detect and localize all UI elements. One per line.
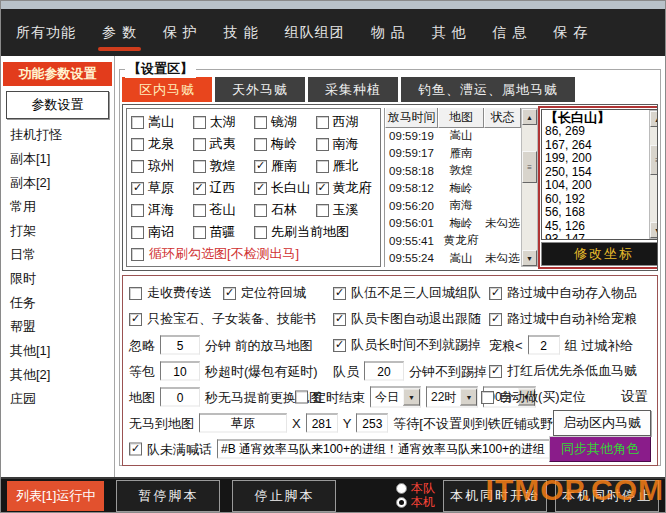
sync-roles-button[interactable]: 同步其他角色	[549, 436, 651, 462]
scroll-thumb[interactable]: ≡	[522, 151, 537, 183]
nohorse-map-input[interactable]	[199, 414, 287, 433]
shout-text-input[interactable]	[217, 440, 555, 459]
pause-script-button[interactable]: 暂停脚本	[116, 480, 220, 512]
table-row[interactable]: 09:55:41黄龙府	[385, 232, 521, 250]
stop-all-button[interactable]: 本机同时停止	[555, 480, 659, 512]
run-status-button[interactable]: 列表[1]运行中	[7, 481, 104, 511]
map-checkbox[interactable]	[316, 204, 329, 217]
map-checkbox[interactable]	[193, 160, 206, 173]
sidebar-item[interactable]: 副本[1]	[1, 147, 114, 171]
locator-return-checkbox[interactable]	[223, 287, 236, 300]
scroll-track[interactable]: ≡	[522, 125, 537, 250]
table-row[interactable]: 09:55:24嵩山未勾选	[385, 250, 521, 268]
menu-item[interactable]: 其 他	[419, 9, 480, 56]
x-coord-input[interactable]	[306, 414, 338, 433]
map-checkbox[interactable]	[131, 138, 144, 151]
menu-item[interactable]: 技 能	[211, 9, 272, 56]
menu-item[interactable]: 信 息	[479, 9, 540, 56]
menu-item[interactable]: 组队组团	[272, 9, 358, 56]
table-header-cell[interactable]: 地图	[438, 108, 484, 128]
tab[interactable]: 区内马贼	[122, 77, 212, 102]
red-priority-checkbox[interactable]	[489, 365, 502, 378]
machine-radio[interactable]	[396, 497, 407, 508]
start-bandit-button[interactable]: 启动区内马贼	[553, 410, 651, 436]
map-checkbox[interactable]	[316, 138, 329, 151]
petfood-count-input[interactable]	[528, 336, 560, 355]
map-checkbox[interactable]	[316, 160, 329, 173]
member-stuck-checkbox[interactable]	[333, 313, 346, 326]
sidebar-item[interactable]: 其他[2]	[1, 363, 114, 387]
pay-teleport-checkbox[interactable]	[129, 287, 142, 300]
map-checkbox[interactable]	[131, 204, 144, 217]
map-checkbox[interactable]	[193, 138, 206, 151]
settings-button[interactable]: 设置	[618, 387, 651, 407]
coord-item[interactable]: 86, 269	[545, 125, 649, 139]
store-items-checkbox[interactable]	[489, 287, 502, 300]
team-radio[interactable]	[396, 483, 407, 494]
timer-hour-select[interactable]: 22时▼	[426, 387, 478, 408]
map-checkbox[interactable]	[193, 204, 206, 217]
table-row[interactable]: 09:59:19嵩山	[385, 127, 521, 145]
coord-item[interactable]: 93, 147	[545, 233, 649, 239]
map-checkbox[interactable]	[254, 138, 267, 151]
map-checkbox[interactable]	[254, 226, 267, 239]
coord-item[interactable]: 199, 200	[545, 152, 649, 166]
map-checkbox[interactable]	[193, 116, 206, 129]
table-header-cell[interactable]: 状态	[484, 108, 521, 128]
timer-end-checkbox[interactable]	[295, 391, 308, 404]
shout-checkbox[interactable]	[129, 443, 142, 456]
scroll-thumb[interactable]: ≡	[650, 145, 658, 175]
tab[interactable]: 钓鱼、漕运、属地马贼	[401, 77, 575, 102]
coord-item[interactable]: 60, 192	[545, 193, 649, 207]
coords-scrollbar[interactable]: ▲ ≡ ▼	[649, 110, 658, 239]
sidebar-item[interactable]: 限时	[1, 267, 114, 291]
tab[interactable]: 天外马贼	[215, 77, 305, 102]
map-checkbox[interactable]	[316, 182, 329, 195]
scroll-down-icon[interactable]: ▼	[650, 222, 658, 238]
radio-team-row[interactable]: 本队	[396, 482, 435, 495]
loop-checkbox[interactable]	[131, 248, 144, 261]
coord-item[interactable]: 56, 168	[545, 206, 649, 220]
coord-item[interactable]: 167, 264	[545, 139, 649, 153]
map-checkbox[interactable]	[131, 160, 144, 173]
table-row[interactable]: 09:56:01梅岭未勾选	[385, 215, 521, 233]
start-all-button[interactable]: 本机同时开始	[443, 480, 547, 512]
coord-item[interactable]: 45, 126	[545, 220, 649, 234]
team-return-checkbox[interactable]	[333, 287, 346, 300]
bag-timeout-input[interactable]	[160, 362, 200, 381]
sidebar-item[interactable]: 庄园	[1, 387, 114, 411]
map-checkbox[interactable]	[316, 116, 329, 129]
map-checkbox[interactable]	[193, 226, 206, 239]
tab[interactable]: 采集种植	[308, 77, 398, 102]
table-row[interactable]: 09:58:12梅岭	[385, 180, 521, 198]
sidebar-item[interactable]: 挂机打怪	[1, 123, 114, 147]
map-checkbox[interactable]	[254, 182, 267, 195]
stop-script-button[interactable]: 停止脚本	[232, 480, 336, 512]
param-settings-button[interactable]: 参数设置	[6, 91, 109, 119]
sidebar-item[interactable]: 副本[2]	[1, 171, 114, 195]
sidebar-item[interactable]: 常用	[1, 195, 114, 219]
scroll-up-icon[interactable]: ▲	[522, 109, 537, 125]
ignore-minutes-input[interactable]	[160, 336, 200, 355]
member-minutes-input[interactable]	[364, 362, 404, 381]
map-checkbox[interactable]	[131, 116, 144, 129]
map-checkbox[interactable]	[254, 204, 267, 217]
map-checkbox[interactable]	[193, 182, 206, 195]
scroll-up-icon[interactable]: ▲	[650, 111, 658, 127]
sidebar-item[interactable]: 任务	[1, 291, 114, 315]
table-row[interactable]: 09:58:18敦煌	[385, 162, 521, 180]
map-checkbox[interactable]	[131, 226, 144, 239]
menu-item[interactable]: 保 存	[540, 9, 601, 56]
menu-item[interactable]: 所有功能	[3, 9, 89, 56]
sidebar-item[interactable]: 其他[1]	[1, 339, 114, 363]
map-checkbox[interactable]	[254, 160, 267, 173]
sidebar-item[interactable]: 日常	[1, 243, 114, 267]
sidebar-item[interactable]: 帮盟	[1, 315, 114, 339]
menu-item[interactable]: 保 护	[150, 9, 211, 56]
map-seconds-input[interactable]	[160, 388, 200, 407]
sidebar-item[interactable]: 打架	[1, 219, 114, 243]
timer-day-select[interactable]: 今日▼	[370, 387, 421, 408]
scroll-track[interactable]: ≡	[650, 127, 658, 222]
radio-machine-row[interactable]: 本机	[396, 496, 435, 509]
table-row[interactable]: 09:56:20南海	[385, 197, 521, 215]
